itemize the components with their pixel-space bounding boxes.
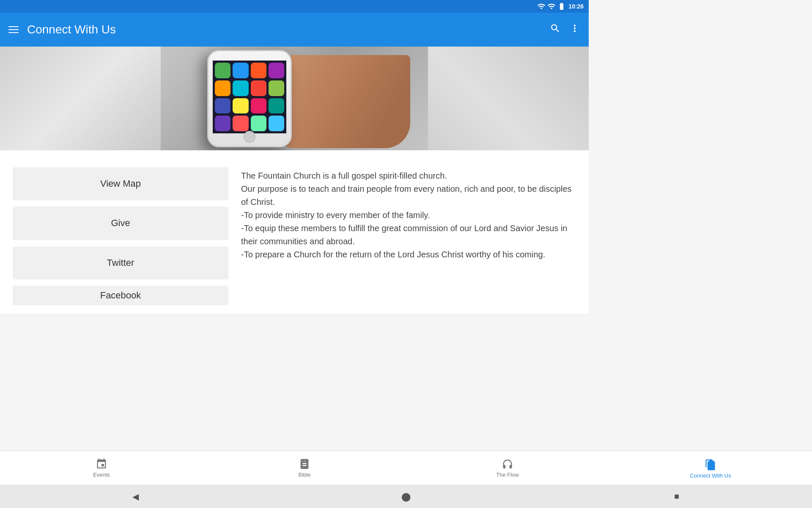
facebook-button[interactable]: Facebook [13, 286, 228, 305]
battery-icon [557, 2, 566, 11]
phone-home-btn [244, 131, 255, 143]
signal-icon [547, 2, 556, 11]
status-time: 10:26 [568, 3, 584, 10]
left-panel: View Map Give Twitter Facebook [13, 167, 228, 305]
status-bar: 10:26 [0, 0, 589, 13]
wifi-icon [537, 2, 546, 11]
phone-screen [213, 61, 286, 133]
hero-phone-area [156, 47, 431, 150]
more-options-button[interactable] [569, 23, 580, 36]
app-bar-actions [550, 23, 580, 36]
status-icons [537, 2, 566, 11]
hero-bg-right [428, 47, 589, 150]
twitter-button[interactable]: Twitter [13, 246, 228, 279]
view-map-button[interactable]: View Map [13, 167, 228, 200]
hero-image [0, 47, 589, 150]
give-button[interactable]: Give [13, 207, 228, 240]
church-description: The Fountain Church is a full gospel spi… [241, 169, 576, 261]
app-bar: Connect With Us [0, 13, 589, 47]
hero-bg-left [0, 47, 161, 150]
search-button[interactable] [550, 23, 561, 36]
phone-mockup [207, 50, 292, 147]
main-content: View Map Give Twitter Facebook The Fount… [0, 150, 589, 314]
menu-button[interactable] [8, 26, 19, 33]
hand-shape [283, 55, 410, 148]
right-panel: The Fountain Church is a full gospel spi… [241, 167, 576, 305]
app-bar-title: Connect With Us [27, 23, 541, 36]
